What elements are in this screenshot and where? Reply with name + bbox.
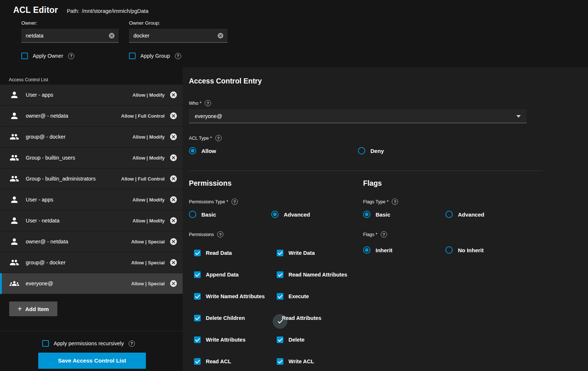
help-icon[interactable] <box>392 199 398 205</box>
help-icon[interactable] <box>175 53 181 59</box>
remove-item-icon[interactable] <box>169 217 178 225</box>
checkbox-checked-icon[interactable] <box>277 358 283 365</box>
radio-unselected-icon[interactable] <box>358 147 365 154</box>
help-icon[interactable] <box>68 53 74 59</box>
permission-append-data[interactable]: Append Data <box>194 271 277 278</box>
owner-group-input[interactable] <box>129 29 227 43</box>
permission-label: Read Attributes <box>282 315 321 321</box>
permission-write-named-attributes[interactable]: Write Named Attributes <box>194 293 277 300</box>
permission-read-data[interactable]: Read Data <box>194 250 277 256</box>
checkbox-checked-icon[interactable] <box>194 315 201 321</box>
owner-input[interactable] <box>21 29 119 43</box>
remove-item-icon[interactable] <box>169 238 178 246</box>
flags-no-inherit-radio[interactable]: No Inherit <box>445 246 484 254</box>
radio-selected-icon[interactable] <box>189 147 196 154</box>
help-icon[interactable] <box>232 199 238 205</box>
apply-recursive-checkbox[interactable] <box>42 340 49 347</box>
help-icon[interactable] <box>215 135 222 141</box>
remove-item-icon[interactable] <box>169 154 178 162</box>
add-item-button[interactable]: + Add Item <box>9 302 57 316</box>
entry-title: Access Control Entry <box>189 77 588 85</box>
acl-editor-header: ACL Editor Path: /mnt/storage/immich/pgD… <box>0 0 588 67</box>
acl-list-item[interactable]: owner@ - netdata Allow | Full Control <box>0 106 183 126</box>
acl-list-item[interactable]: User - apps Allow | Modify <box>0 189 183 210</box>
acl-list-item[interactable]: owner@ - netdata Allow | Special <box>0 231 183 252</box>
checkbox-checked-icon[interactable] <box>277 271 283 278</box>
flags-type-advanced-radio[interactable]: Advanced <box>445 211 484 218</box>
acl-list-item[interactable]: group@ - docker Allow | Modify <box>0 126 183 147</box>
permission-delete-children[interactable]: Delete Children <box>194 315 277 321</box>
advanced-radio-label: Advanced <box>458 211 484 218</box>
permission-write-acl[interactable]: Write ACL <box>277 358 314 365</box>
permission-delete[interactable]: Delete <box>277 336 305 343</box>
help-icon[interactable] <box>205 100 211 106</box>
acl-item-name: everyone@ <box>26 281 53 286</box>
permission-read-named-attributes[interactable]: Read Named Attributes <box>277 271 347 278</box>
apply-owner-checkbox[interactable] <box>21 53 28 59</box>
remove-item-icon[interactable] <box>169 133 178 141</box>
acl-list-item[interactable]: Group - builtin_administrators Allow | F… <box>0 168 183 189</box>
checkbox-checked-icon[interactable] <box>277 336 283 343</box>
allow-radio-label: Allow <box>201 148 216 154</box>
acl-list-item-selected[interactable]: everyone@ Allow | Special <box>0 273 183 294</box>
acl-type-allow-radio[interactable]: Allow <box>189 147 358 154</box>
checkbox-checked-icon[interactable] <box>194 271 201 278</box>
remove-item-icon[interactable] <box>169 196 178 204</box>
radio-unselected-icon[interactable] <box>445 246 453 254</box>
permission-read-acl[interactable]: Read ACL <box>194 358 277 365</box>
permission-write-attributes[interactable]: Write Attributes <box>194 336 277 343</box>
radio-selected-icon[interactable] <box>271 211 279 218</box>
apply-recursive-label: Apply permissions recursively <box>54 340 124 346</box>
help-icon[interactable] <box>217 231 223 238</box>
permission-label: Append Data <box>206 272 239 278</box>
acl-type-label: ACL Type * <box>189 136 212 141</box>
permission-label: Execute <box>288 293 309 299</box>
acl-list-item[interactable]: User - apps Allow | Modify <box>0 85 183 106</box>
radio-unselected-icon[interactable] <box>189 211 196 218</box>
radio-selected-icon[interactable] <box>363 211 370 218</box>
checkbox-checked-icon[interactable] <box>194 293 201 300</box>
checkbox-checked-icon[interactable] <box>194 336 201 343</box>
help-icon[interactable] <box>129 340 135 347</box>
permissions-checkbox-grid: Read Data Write Data Append Data Read Na… <box>189 242 359 371</box>
radio-unselected-icon[interactable] <box>445 211 453 218</box>
basic-radio-label: Basic <box>201 211 216 218</box>
flags-inherit-radio[interactable]: Inherit <box>363 246 445 254</box>
acl-item-name: group@ - docker <box>26 134 65 140</box>
permission-read-attributes[interactable]: Read Attributes <box>277 315 321 321</box>
remove-item-icon[interactable] <box>169 258 178 267</box>
checkbox-checked-icon[interactable] <box>277 293 283 300</box>
acl-list-item[interactable]: group@ - docker Allow | Special <box>0 252 183 273</box>
remove-item-icon[interactable] <box>169 112 178 120</box>
user-icon <box>10 216 19 225</box>
user-icon <box>10 90 19 100</box>
help-icon[interactable] <box>381 231 387 238</box>
permissions-type-basic-radio[interactable]: Basic <box>189 211 271 218</box>
permission-write-data[interactable]: Write Data <box>277 250 315 256</box>
remove-item-icon[interactable] <box>169 175 178 183</box>
permissions-type-advanced-radio[interactable]: Advanced <box>271 211 310 218</box>
apply-owner-label: Apply Owner <box>33 53 63 59</box>
permissions-section: Permissions Permissions Type * Basic Adv… <box>189 179 359 371</box>
page-title: ACL Editor <box>13 5 58 15</box>
acl-item-permissions: Allow | Modify <box>133 92 165 98</box>
permission-execute[interactable]: Execute <box>277 293 309 300</box>
checkbox-checked-icon[interactable] <box>194 250 201 256</box>
who-label: Who * <box>189 101 201 106</box>
save-acl-button[interactable]: Save Access Control List <box>38 353 146 369</box>
apply-group-checkbox[interactable] <box>129 53 136 59</box>
checkbox-checked-icon[interactable] <box>277 250 283 256</box>
acl-list-item[interactable]: User - netdata Allow | Modify <box>0 210 183 231</box>
flags-type-basic-radio[interactable]: Basic <box>363 211 445 218</box>
remove-item-icon[interactable] <box>169 279 178 288</box>
acl-type-deny-radio[interactable]: Deny <box>358 147 384 154</box>
acl-item-name: Group - builtin_administrators <box>26 176 96 182</box>
clear-owner-group-icon[interactable] <box>217 32 224 39</box>
acl-list-item[interactable]: Group - builtin_users Allow | Modify <box>0 147 183 168</box>
remove-item-icon[interactable] <box>169 91 178 99</box>
who-select[interactable]: everyone@ <box>189 109 527 123</box>
radio-selected-icon[interactable] <box>363 246 370 254</box>
clear-owner-icon[interactable] <box>108 32 115 39</box>
checkbox-checked-icon[interactable] <box>194 358 201 365</box>
acl-list-footer: Apply permissions recursively Save Acces… <box>0 331 183 369</box>
